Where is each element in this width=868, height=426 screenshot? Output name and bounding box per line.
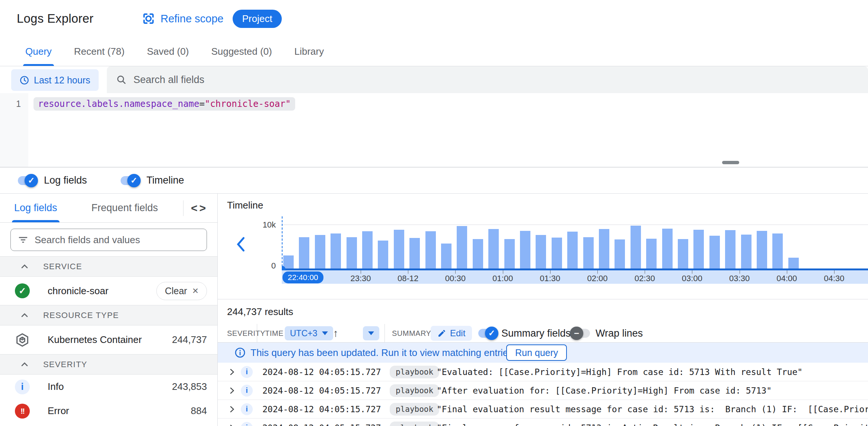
time-range-button[interactable]: Last 12 hours: [11, 69, 99, 91]
timeline-section: Timeline 10k 0 22:40:00 23:3008-1200:3: [218, 194, 868, 299]
run-query-button[interactable]: Run query: [506, 344, 567, 361]
tab-frequent-fields[interactable]: Frequent fields: [92, 194, 158, 222]
timezone-dropdown[interactable]: UTC+3: [285, 326, 333, 340]
timeline-bar: [552, 238, 562, 269]
timeline-bar: [772, 233, 783, 269]
timeline-toggle[interactable]: ✓: [121, 176, 139, 185]
log-fields-toggle[interactable]: ✓: [18, 176, 36, 185]
axis-tick-label: 01:00: [481, 274, 525, 283]
clear-label: Clear: [165, 286, 187, 296]
log-message: "After evaluation for: [[Case.Priority]=…: [437, 386, 868, 395]
timeline-bar: [331, 233, 341, 269]
info-severity-icon: i: [241, 385, 253, 397]
log-row[interactable]: i 2024-08-12 04:05:15.727 playbook "Fina…: [218, 419, 868, 426]
axis-tick-label: 05:00: [859, 274, 868, 283]
wrap-lines-label: Wrap lines: [596, 327, 643, 339]
chevron-right-icon[interactable]: [227, 367, 237, 377]
timeline-bar: [599, 229, 609, 269]
severity-error-row[interactable]: !! Error 884: [0, 399, 217, 423]
section-header-severity[interactable]: SEVERITY: [0, 354, 217, 375]
kubernetes-icon: [15, 333, 30, 347]
code-operator-token: =: [199, 99, 204, 109]
summary-fields-label: Summary fields: [501, 327, 571, 339]
editor-line-number: 1: [0, 93, 28, 167]
service-item-row[interactable]: ✓ chronicle-soar Clear ×: [0, 277, 217, 305]
axis-tick-label: 01:30: [528, 274, 572, 283]
chevron-right-icon[interactable]: [227, 386, 237, 395]
editor-code-area[interactable]: resource.labels.namespace_name="chronicl…: [28, 93, 868, 167]
log-timestamp: 2024-08-12 04:05:15.727: [262, 367, 381, 377]
timeline-bar: [678, 239, 688, 269]
chevron-right-icon[interactable]: [227, 404, 237, 414]
fields-search-input[interactable]: [35, 234, 200, 246]
resource-type-count: 244,737: [172, 334, 207, 346]
log-message: "Evaluated: [[Case.Priority]=High] From …: [437, 367, 868, 377]
timeline-bar: [693, 230, 704, 269]
clear-filter-button[interactable]: Clear ×: [156, 282, 207, 300]
timeline-bar: [473, 239, 483, 269]
tab-recent[interactable]: Recent (78): [63, 37, 136, 66]
timeline-bar: [520, 231, 530, 269]
severity-count: 884: [191, 405, 207, 417]
log-row[interactable]: i 2024-08-12 04:05:15.727 playbook "Fina…: [218, 400, 868, 419]
log-row[interactable]: i 2024-08-12 04:05:15.727 playbook "Eval…: [218, 363, 868, 381]
tab-saved[interactable]: Saved (0): [136, 37, 200, 66]
tab-library[interactable]: Library: [283, 37, 335, 66]
timeline-bar: [725, 230, 735, 269]
log-row[interactable]: i 2024-08-12 04:05:15.727 playbook "Afte…: [218, 381, 868, 400]
query-bar: Last 12 hours: [0, 66, 868, 93]
selection-start-time-pill[interactable]: 22:40:00: [283, 271, 323, 283]
axis-tick: [645, 270, 645, 274]
refine-scope-button[interactable]: Refine scope Project: [142, 10, 282, 28]
toggle-check-icon: ✓: [25, 174, 38, 187]
chevron-right-icon[interactable]: [227, 423, 237, 426]
sort-ascending-icon[interactable]: ↑: [333, 327, 338, 339]
info-icon: [234, 347, 246, 359]
query-code-line[interactable]: resource.labels.namespace_name="chronicl…: [33, 97, 295, 111]
time-column-menu-button[interactable]: [363, 326, 379, 340]
timeline-chart: 10k 0 22:40:00 23:3008-1200:3001:0001:30…: [218, 213, 868, 299]
pencil-icon: [437, 329, 446, 338]
tab-log-fields[interactable]: Log fields: [14, 194, 57, 222]
clock-icon: [19, 75, 29, 85]
axis-tick: [740, 270, 740, 274]
log-source-chip: playbook: [390, 422, 439, 426]
wrap-lines-toggle[interactable]: −: [571, 329, 590, 338]
section-title: SEVERITY: [43, 360, 87, 369]
axis-tick: [503, 270, 503, 274]
y-axis-max-label: 10k: [253, 220, 276, 230]
search-all-fields-input[interactable]: [134, 74, 859, 86]
resource-type-row[interactable]: Kubernetes Container 244,737: [0, 325, 217, 354]
timezone-value: UTC+3: [290, 328, 317, 338]
axis-tick-label: 03:30: [717, 274, 762, 283]
severity-info-row[interactable]: i Info 243,853: [0, 375, 217, 399]
top-header: Logs Explorer Refine scope Project: [0, 0, 868, 37]
log-message: "Final message for case id: 5713 in Acti…: [437, 423, 868, 426]
axis-tick-label: 23:30: [338, 274, 383, 283]
info-severity-icon: i: [241, 366, 253, 378]
info-severity-icon: i: [15, 379, 30, 394]
log-source-chip: playbook: [390, 384, 439, 397]
project-scope-badge[interactable]: Project: [233, 10, 282, 28]
log-timestamp: 2024-08-12 04:05:15.727: [262, 404, 381, 414]
timeline-bar: [441, 244, 451, 269]
tab-query[interactable]: Query: [14, 37, 63, 66]
timeline-plot[interactable]: [282, 216, 868, 270]
column-divider: [384, 324, 385, 342]
tab-suggested[interactable]: Suggested (0): [200, 37, 283, 66]
section-title: RESOURCE TYPE: [43, 311, 119, 320]
timeline-bar: [394, 230, 404, 269]
section-header-resource-type[interactable]: RESOURCE TYPE: [0, 305, 217, 325]
section-header-service[interactable]: SERVICE: [0, 256, 217, 277]
results-count: 244,737 results: [227, 306, 293, 318]
timeline-bar: [362, 231, 373, 269]
axis-tick-label: 00:30: [433, 274, 478, 283]
editor-resize-handle[interactable]: [722, 161, 739, 164]
code-field-token: resource.labels.namespace_name: [38, 99, 199, 109]
summary-fields-toggle[interactable]: ✓: [478, 329, 497, 338]
severity-name: Error: [48, 405, 69, 417]
timeline-bar: [504, 239, 515, 269]
edit-summary-button[interactable]: Edit: [431, 326, 472, 341]
chevron-left-icon[interactable]: [236, 236, 245, 252]
collapse-panel-icon[interactable]: <>: [184, 202, 217, 214]
